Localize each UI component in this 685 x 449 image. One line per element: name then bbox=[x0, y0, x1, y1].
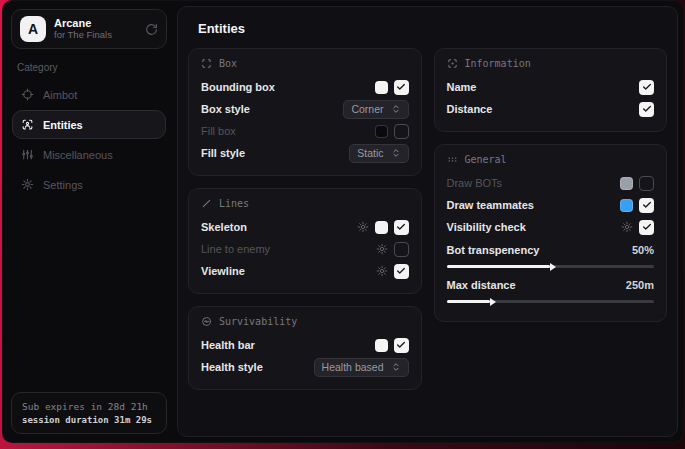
name-label: Name bbox=[447, 81, 477, 93]
draw-bots-checkbox[interactable] bbox=[639, 176, 654, 191]
health-bar-checkbox[interactable] bbox=[394, 338, 409, 353]
max-distance-label: Max distance bbox=[447, 279, 516, 291]
gear-icon[interactable] bbox=[376, 243, 388, 255]
heart-pulse-icon bbox=[201, 316, 212, 327]
bounding-box-label: Bounding box bbox=[201, 81, 275, 93]
sidebar-item-label: Miscellaneous bbox=[43, 149, 113, 161]
subscription-card: Sub expires in 28d 21h session duration … bbox=[11, 392, 167, 434]
draw-teammates-color-swatch[interactable] bbox=[620, 199, 633, 212]
check-icon bbox=[396, 82, 406, 92]
line-to-enemy-row: Line to enemy bbox=[201, 238, 409, 260]
refresh-icon[interactable] bbox=[145, 23, 158, 36]
sidebar-item-miscellaneous[interactable]: Miscellaneous bbox=[12, 140, 166, 169]
sub-expiry-text: Sub expires in 28d 21h bbox=[22, 401, 156, 412]
visibility-check-checkbox[interactable] bbox=[639, 220, 654, 235]
bot-transparency-label: Bot transpenency bbox=[447, 244, 540, 256]
fill-style-dropdown[interactable]: Static bbox=[349, 144, 408, 163]
lines-panel: Lines Skeleton bbox=[188, 188, 422, 294]
gear-icon bbox=[21, 178, 34, 191]
viewline-label: Viewline bbox=[201, 265, 245, 277]
draw-teammates-label: Draw teammates bbox=[447, 199, 534, 211]
viewline-checkbox[interactable] bbox=[394, 264, 409, 279]
skeleton-color-swatch[interactable] bbox=[375, 221, 388, 234]
page-title: Entities bbox=[198, 21, 667, 36]
right-column: Information Name Distance bbox=[434, 48, 668, 390]
skeleton-label: Skeleton bbox=[201, 221, 247, 233]
sidebar-item-aimbot[interactable]: Aimbot bbox=[12, 80, 166, 109]
fill-box-row: Fill box bbox=[201, 120, 409, 142]
bounding-box-color-swatch[interactable] bbox=[375, 81, 388, 94]
panel-title: Survivability bbox=[219, 316, 297, 327]
max-distance-slider[interactable] bbox=[447, 300, 655, 303]
brand-name: Arcane bbox=[54, 17, 137, 30]
line-to-enemy-checkbox[interactable] bbox=[394, 242, 409, 257]
box-style-dropdown[interactable]: Corner bbox=[343, 100, 408, 119]
health-style-label: Health style bbox=[201, 361, 263, 373]
line-to-enemy-label: Line to enemy bbox=[201, 243, 270, 255]
check-icon bbox=[642, 104, 652, 114]
fill-box-label: Fill box bbox=[201, 125, 236, 137]
line-diagonal-icon bbox=[201, 198, 212, 209]
sliders-icon bbox=[21, 148, 34, 161]
box-style-value: Corner bbox=[351, 103, 383, 115]
box-style-label: Box style bbox=[201, 103, 250, 115]
chevrons-up-down-icon bbox=[391, 148, 401, 158]
distance-checkbox[interactable] bbox=[639, 102, 654, 117]
chevrons-up-down-icon bbox=[391, 104, 401, 114]
visibility-check-label: Visibility check bbox=[447, 221, 526, 233]
health-style-row: Health style Health based bbox=[201, 356, 409, 378]
fill-box-checkbox[interactable] bbox=[394, 124, 409, 139]
box-panel: Box Bounding box Box bbox=[188, 48, 422, 176]
panel-title: Information bbox=[465, 58, 531, 69]
check-icon bbox=[396, 222, 406, 232]
sidebar-item-label: Entities bbox=[43, 119, 83, 131]
sidebar-item-settings[interactable]: Settings bbox=[12, 170, 166, 199]
gear-icon[interactable] bbox=[376, 265, 388, 277]
main-panel: Entities Box Bounding box bbox=[177, 6, 678, 437]
information-panel: Information Name Distance bbox=[434, 48, 668, 132]
draw-bots-color-swatch[interactable] bbox=[620, 177, 633, 190]
app-window: A Arcane for The Finals Category Aimbot bbox=[2, 0, 684, 443]
health-bar-color-swatch[interactable] bbox=[375, 339, 388, 352]
health-style-dropdown[interactable]: Health based bbox=[314, 358, 409, 377]
crosshair-icon bbox=[21, 88, 34, 101]
max-distance-value: 250m bbox=[626, 279, 654, 291]
draw-teammates-checkbox[interactable] bbox=[639, 198, 654, 213]
category-label: Category bbox=[17, 62, 161, 73]
scan-person-icon bbox=[21, 118, 34, 131]
slider-thumb[interactable] bbox=[550, 263, 556, 271]
fill-box-color-swatch[interactable] bbox=[375, 125, 388, 138]
scan-box-icon bbox=[201, 58, 212, 69]
skeleton-row: Skeleton bbox=[201, 216, 409, 238]
bot-transparency-slider[interactable] bbox=[447, 265, 655, 268]
check-icon bbox=[396, 340, 406, 350]
sidebar-item-entities[interactable]: Entities bbox=[12, 110, 166, 139]
gear-icon[interactable] bbox=[621, 221, 633, 233]
gear-icon[interactable] bbox=[357, 221, 369, 233]
distance-label: Distance bbox=[447, 103, 493, 115]
max-distance-group: Max distance 250m bbox=[447, 275, 655, 303]
health-bar-row: Health bar bbox=[201, 334, 409, 356]
chevrons-up-down-icon bbox=[391, 362, 401, 372]
fill-style-label: Fill style bbox=[201, 147, 245, 159]
check-icon bbox=[642, 222, 652, 232]
distance-row: Distance bbox=[447, 98, 655, 120]
viewline-row: Viewline bbox=[201, 260, 409, 282]
bot-transparency-value: 50% bbox=[632, 244, 654, 256]
skeleton-checkbox[interactable] bbox=[394, 220, 409, 235]
scan-info-icon bbox=[447, 58, 458, 69]
sidebar-nav: Aimbot Entities Miscellaneous Settings bbox=[11, 80, 167, 199]
bounding-box-checkbox[interactable] bbox=[394, 80, 409, 95]
visibility-check-row: Visibility check bbox=[447, 216, 655, 238]
health-bar-label: Health bar bbox=[201, 339, 255, 351]
main-area: Entities Box Bounding box bbox=[175, 1, 683, 442]
name-checkbox[interactable] bbox=[639, 80, 654, 95]
fill-style-value: Static bbox=[357, 147, 383, 159]
check-icon bbox=[642, 82, 652, 92]
session-duration-text: session duration 31m 29s bbox=[22, 415, 156, 425]
slider-thumb[interactable] bbox=[490, 298, 496, 306]
check-icon bbox=[642, 200, 652, 210]
bot-transparency-group: Bot transpenency 50% bbox=[447, 240, 655, 268]
check-icon bbox=[396, 266, 406, 276]
panel-title: General bbox=[465, 154, 507, 165]
